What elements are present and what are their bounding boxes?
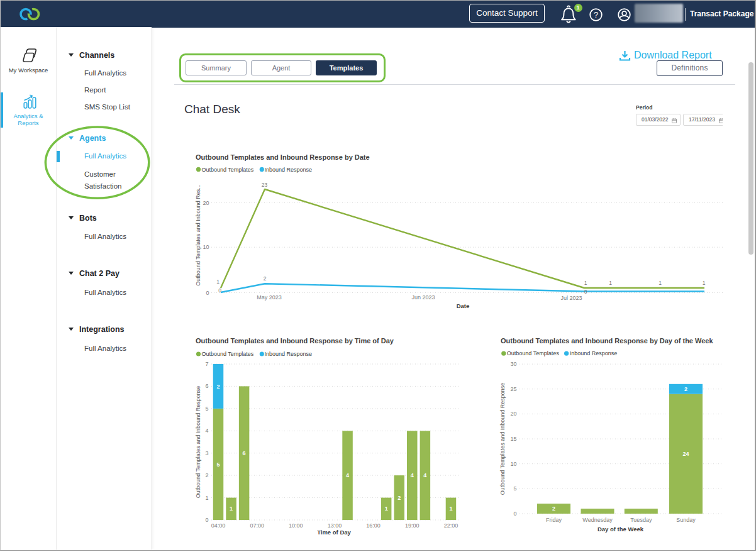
- svg-text:Outbound Templates and Inbound: Outbound Templates and Inbound Res...: [195, 184, 201, 285]
- svg-text:16:00: 16:00: [366, 522, 381, 529]
- svg-text:0: 0: [584, 289, 587, 295]
- svg-text:Day of the Week: Day of the Week: [598, 526, 644, 533]
- svg-text:2: 2: [264, 275, 267, 282]
- svg-text:Outbound Templates and Inbound: Outbound Templates and Inbound Response …: [196, 153, 370, 161]
- svg-text:1: 1: [216, 279, 220, 285]
- svg-text:1: 1: [385, 505, 388, 512]
- svg-text:May 2023: May 2023: [257, 294, 282, 301]
- svg-text:3: 3: [205, 450, 208, 456]
- svg-text:Sunday: Sunday: [676, 517, 696, 523]
- svg-text:04:00: 04:00: [211, 522, 226, 529]
- svg-text:0: 0: [513, 511, 516, 517]
- svg-text:Outbound Templates: Outbound Templates: [201, 351, 253, 357]
- svg-text:25: 25: [510, 386, 516, 392]
- svg-text:5: 5: [205, 406, 208, 412]
- svg-text:2: 2: [205, 472, 208, 478]
- svg-text:6: 6: [205, 383, 208, 389]
- svg-text:1: 1: [659, 280, 662, 286]
- svg-text:1: 1: [230, 505, 233, 512]
- svg-text:10:00: 10:00: [289, 522, 303, 529]
- svg-text:0: 0: [218, 287, 221, 294]
- svg-text:Inbound Response: Inbound Response: [265, 351, 313, 357]
- svg-text:Time of Day: Time of Day: [317, 529, 351, 536]
- svg-text:1: 1: [449, 505, 452, 512]
- svg-text:Friday: Friday: [546, 517, 562, 523]
- svg-text:2: 2: [684, 386, 687, 392]
- svg-text:10: 10: [510, 461, 516, 467]
- svg-text:24: 24: [682, 451, 689, 457]
- svg-text:30: 30: [510, 361, 516, 367]
- svg-text:2: 2: [552, 505, 555, 512]
- svg-text:?: ?: [594, 10, 598, 19]
- svg-text:4: 4: [423, 472, 426, 478]
- svg-text:19:00: 19:00: [405, 522, 420, 529]
- svg-text:0: 0: [205, 517, 208, 523]
- svg-text:Outbound Templates and Inbound: Outbound Templates and Inbound Response …: [196, 337, 394, 345]
- svg-text:23: 23: [262, 182, 268, 188]
- svg-text:1: 1: [609, 280, 612, 286]
- svg-text:Date: Date: [457, 302, 470, 309]
- svg-text:4: 4: [411, 472, 414, 478]
- svg-text:22:00: 22:00: [444, 522, 459, 529]
- svg-text:Outbound Templates and Inbound: Outbound Templates and Inbound Response …: [501, 337, 713, 345]
- svg-text:20: 20: [203, 200, 209, 206]
- svg-text:5: 5: [513, 485, 516, 492]
- svg-text:20: 20: [510, 411, 516, 417]
- svg-text:6: 6: [243, 450, 246, 456]
- svg-text:Outbound Templates and Inbound: Outbound Templates and Inbound Response: [195, 386, 201, 498]
- svg-text:Outbound Templates: Outbound Templates: [201, 167, 253, 173]
- svg-text:15: 15: [510, 436, 516, 442]
- svg-text:1: 1: [703, 280, 706, 286]
- svg-text:Inbound Response: Inbound Response: [570, 350, 618, 356]
- svg-text:7: 7: [205, 361, 208, 367]
- svg-text:4: 4: [346, 472, 349, 478]
- svg-text:2: 2: [397, 495, 401, 501]
- svg-text:0: 0: [206, 290, 209, 296]
- svg-text:Tuesday: Tuesday: [630, 517, 652, 523]
- svg-text:Outbound Templates: Outbound Templates: [507, 350, 559, 356]
- svg-text:Jul 2023: Jul 2023: [560, 295, 582, 301]
- svg-text:Inbound Response: Inbound Response: [265, 167, 313, 173]
- svg-text:10: 10: [203, 244, 209, 250]
- svg-text:4: 4: [205, 428, 208, 434]
- svg-text:07:00: 07:00: [250, 522, 264, 529]
- svg-text:1: 1: [584, 280, 587, 286]
- svg-text:Outbound Templates and Inbound: Outbound Templates and Inbound Response: [499, 383, 506, 495]
- svg-text:13:00: 13:00: [328, 522, 342, 529]
- svg-text:2: 2: [216, 384, 220, 390]
- svg-text:5: 5: [216, 461, 220, 468]
- svg-text:Jun 2023: Jun 2023: [411, 294, 435, 301]
- svg-text:1: 1: [205, 495, 208, 501]
- svg-text:Wednesday: Wednesday: [582, 517, 613, 523]
